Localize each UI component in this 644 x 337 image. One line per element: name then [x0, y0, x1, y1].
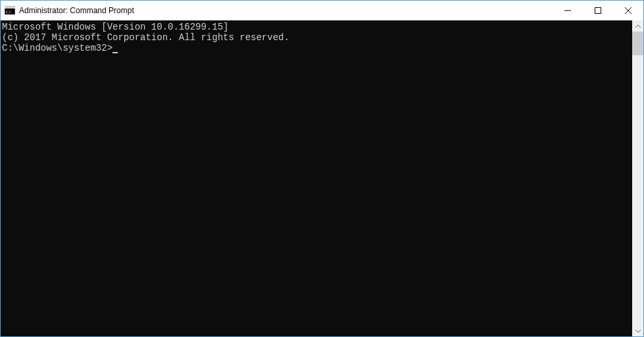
minimize-icon [564, 7, 571, 14]
terminal-line: (c) 2017 Microsoft Corporation. All righ… [2, 32, 631, 43]
chevron-up-icon [635, 24, 641, 29]
close-button[interactable] [613, 1, 643, 20]
scroll-track[interactable] [632, 32, 643, 325]
window-controls [553, 1, 643, 20]
terminal-line: Microsoft Windows [Version 10.0.16299.15… [2, 22, 631, 32]
maximize-icon [595, 7, 601, 14]
chevron-down-icon [635, 328, 641, 334]
svg-rect-1 [5, 7, 15, 9]
minimize-button[interactable] [553, 1, 583, 20]
cursor-icon [112, 44, 118, 53]
terminal-prompt: C:\Windows\system32> [2, 43, 112, 53]
svg-text:C:\: C:\ [6, 9, 12, 14]
cmd-icon: C:\ [5, 5, 15, 16]
scroll-up-button[interactable] [632, 20, 643, 32]
terminal-output[interactable]: Microsoft Windows [Version 10.0.16299.15… [1, 20, 632, 336]
maximize-button[interactable] [583, 1, 613, 20]
terminal-area: Microsoft Windows [Version 10.0.16299.15… [1, 20, 643, 336]
vertical-scrollbar[interactable] [632, 20, 643, 336]
scroll-down-button[interactable] [632, 325, 643, 336]
svg-rect-4 [595, 8, 601, 14]
terminal-prompt-line: C:\Windows\system32> [2, 43, 631, 53]
command-prompt-window: C:\ Administrator: Command Prompt [0, 0, 644, 337]
titlebar[interactable]: C:\ Administrator: Command Prompt [1, 1, 643, 20]
scroll-thumb[interactable] [632, 32, 643, 55]
close-icon [625, 7, 632, 14]
window-title: Administrator: Command Prompt [19, 6, 553, 15]
